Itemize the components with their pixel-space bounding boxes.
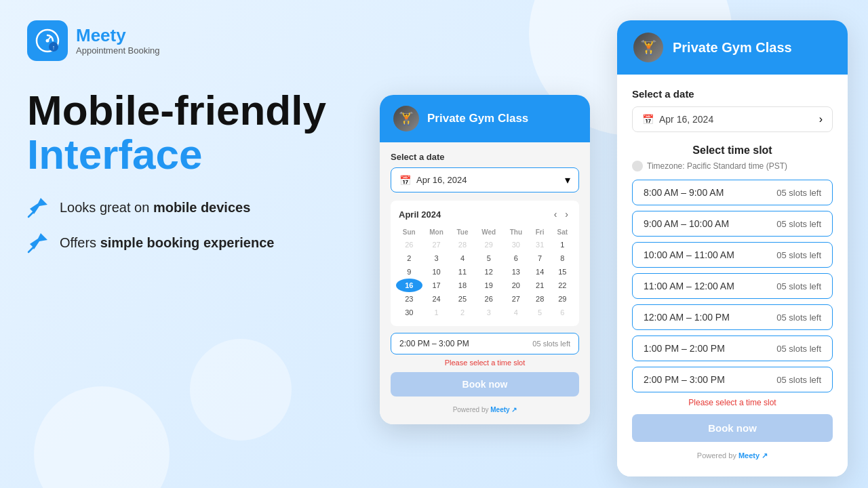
cal-next-btn[interactable]: ›	[562, 207, 571, 221]
cal-day[interactable]: 19	[474, 279, 503, 292]
mobile-powered-label: Powered by	[453, 406, 489, 413]
desktop-slot-5[interactable]: 1:00 PM – 2:00 PM 05 slots left	[632, 336, 833, 361]
cal-day[interactable]: 11	[451, 265, 475, 279]
desktop-select-date-label: Select a date	[632, 88, 833, 100]
desktop-slot-3-count: 05 slots left	[776, 281, 821, 291]
cal-day[interactable]: 21	[529, 279, 551, 292]
feature-item-2: Offers simple booking experience	[27, 232, 366, 253]
desktop-slot-5-count: 05 slots left	[776, 344, 821, 354]
cal-day[interactable]: 2	[396, 251, 422, 265]
left-section: ↑ Meety Appointment Booking Mobile-frien…	[27, 20, 366, 267]
desktop-slot-4-time: 12:00 AM – 1:00 PM	[644, 312, 730, 323]
cal-day[interactable]: 30	[503, 238, 528, 251]
desktop-slot-1[interactable]: 9:00 AM – 10:00 AM 05 slots left	[632, 211, 833, 237]
mobile-select-date-label: Select a date	[391, 152, 579, 162]
mobile-meety-link[interactable]: Meety ↗	[490, 406, 517, 413]
desktop-cal-icon: 📅	[642, 114, 654, 125]
desktop-date-select-row[interactable]: 📅 Apr 16, 2024 ›	[632, 106, 833, 132]
mobile-widget: 🏋️ Private Gym Class Select a date 📅 Apr…	[380, 95, 590, 424]
mobile-slot-count: 05 slots left	[532, 340, 570, 348]
desktop-book-now-button[interactable]: Book now	[632, 414, 833, 442]
cal-day[interactable]: 13	[503, 265, 528, 279]
cal-day[interactable]: 9	[396, 265, 422, 279]
cal-day[interactable]: 29	[474, 238, 503, 251]
cal-day[interactable]: 27	[422, 238, 451, 251]
mobile-widget-header: 🏋️ Private Gym Class	[380, 95, 590, 142]
background-blob-3	[190, 339, 292, 441]
mobile-selected-date: Apr 16, 2024	[416, 175, 467, 185]
cal-day[interactable]: 29	[551, 292, 574, 306]
cal-day[interactable]: 7	[529, 251, 551, 265]
mobile-avatar-img: 🏋️	[393, 106, 419, 131]
cal-day[interactable]: 4	[503, 306, 528, 319]
desktop-slot-0[interactable]: 8:00 AM – 9:00 AM 05 slots left	[632, 180, 833, 205]
cal-day-selected[interactable]: 16	[396, 279, 422, 292]
pin-icon-2	[27, 232, 49, 253]
cal-row-5: 23 24 25 26 27 28 29	[396, 292, 574, 306]
cal-row-6: 30 1 2 3 4 5 6	[396, 306, 574, 319]
mobile-time-slot[interactable]: 2:00 PM – 3:00 PM 05 slots left	[391, 333, 579, 354]
headline: Mobile-friendly Interface	[27, 88, 366, 176]
desktop-time-slot-label: Select time slot	[632, 144, 833, 157]
pin-icon-1	[27, 197, 49, 218]
cal-day[interactable]: 23	[396, 292, 422, 306]
cal-day[interactable]: 24	[422, 292, 451, 306]
cal-th-sat: Sat	[551, 226, 574, 238]
cal-body: 26 27 28 29 30 31 1 2 3 4 5 6 7	[396, 238, 574, 319]
desktop-widget: 🏋️ Private Gym Class Select a date 📅 Apr…	[617, 20, 848, 476]
cal-day[interactable]: 27	[503, 292, 528, 306]
desktop-time-slots-list: 8:00 AM – 9:00 AM 05 slots left 9:00 AM …	[632, 180, 833, 392]
desktop-slot-2[interactable]: 10:00 AM – 11:00 AM 05 slots left	[632, 242, 833, 268]
desktop-selected-date: Apr 16, 2024	[659, 114, 713, 125]
cal-day[interactable]: 28	[451, 238, 475, 251]
meety-logo-svg: ↑	[35, 28, 60, 53]
mobile-date-dropdown[interactable]: 📅 Apr 16, 2024 ▾	[391, 167, 579, 192]
cal-day[interactable]: 26	[396, 238, 422, 251]
cal-day[interactable]: 14	[529, 265, 551, 279]
cal-day[interactable]: 4	[451, 251, 475, 265]
desktop-slot-4[interactable]: 12:00 AM – 1:00 PM 05 slots left	[632, 304, 833, 330]
desktop-slot-6-time: 2:00 PM – 3:00 PM	[644, 374, 725, 385]
cal-day[interactable]: 2	[451, 306, 475, 319]
brand-subtitle: Appointment Booking	[76, 45, 160, 56]
desktop-meety-link[interactable]: Meety ↗	[738, 451, 768, 460]
cal-prev-btn[interactable]: ‹	[551, 207, 560, 221]
timezone-row: Timezone: Pacific Standard time (PST)	[632, 161, 833, 171]
cal-day[interactable]: 6	[551, 306, 574, 319]
cal-day[interactable]: 5	[474, 251, 503, 265]
feature-text-2: Offers simple booking experience	[60, 235, 274, 251]
cal-day[interactable]: 5	[529, 306, 551, 319]
desktop-slot-2-time: 10:00 AM – 11:00 AM	[644, 249, 734, 260]
mobile-book-now-button[interactable]: Book now	[391, 372, 579, 396]
cal-day[interactable]: 3	[422, 251, 451, 265]
logo-area: ↑ Meety Appointment Booking	[27, 20, 366, 61]
cal-day[interactable]: 12	[474, 265, 503, 279]
cal-day[interactable]: 1	[422, 306, 451, 319]
cal-day[interactable]: 26	[474, 292, 503, 306]
desktop-slot-3-time: 11:00 AM – 12:00 AM	[644, 281, 734, 291]
cal-header: April 2024 ‹ ›	[396, 207, 574, 221]
cal-day[interactable]: 15	[551, 265, 574, 279]
cal-day[interactable]: 3	[474, 306, 503, 319]
desktop-slot-3[interactable]: 11:00 AM – 12:00 AM 05 slots left	[632, 273, 833, 299]
cal-day[interactable]: 20	[503, 279, 528, 292]
desktop-slot-4-count: 05 slots left	[776, 312, 821, 323]
logo-icon: ↑	[27, 20, 68, 61]
desktop-slot-6[interactable]: 2:00 PM – 3:00 PM 05 slots left	[632, 367, 833, 392]
cal-day[interactable]: 17	[422, 279, 451, 292]
cal-day[interactable]: 10	[422, 265, 451, 279]
desktop-slot-6-count: 05 slots left	[776, 375, 821, 385]
cal-day[interactable]: 1	[551, 238, 574, 251]
mobile-error-text: Please select a time slot	[391, 359, 579, 367]
brand-name: Meety	[76, 26, 160, 45]
cal-day[interactable]: 6	[503, 251, 528, 265]
cal-day[interactable]: 8	[551, 251, 574, 265]
cal-day[interactable]: 18	[451, 279, 475, 292]
cal-day[interactable]: 31	[529, 238, 551, 251]
cal-day[interactable]: 30	[396, 306, 422, 319]
cal-day[interactable]: 25	[451, 292, 475, 306]
cal-day[interactable]: 22	[551, 279, 574, 292]
cal-day[interactable]: 28	[529, 292, 551, 306]
feature-item-1: Looks great on mobile devices	[27, 197, 366, 218]
desktop-slot-0-count: 05 slots left	[776, 188, 821, 198]
